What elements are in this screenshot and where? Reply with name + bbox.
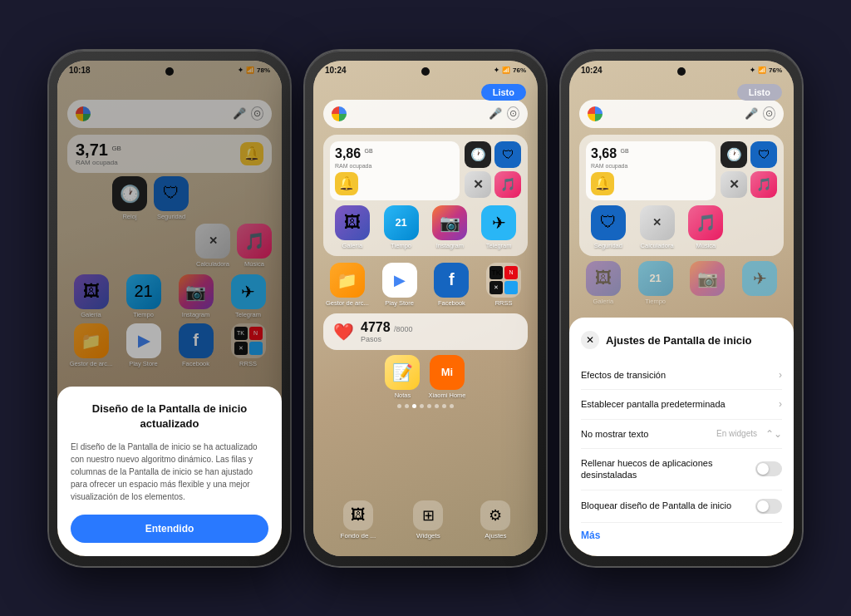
cluster-music-2[interactable]: 🎵 xyxy=(494,171,521,198)
app-label-notas-2: Notas xyxy=(395,392,411,399)
app-label-galeria-2: Galería xyxy=(342,242,363,249)
phone-2-screen: 10:24 ✦ 📶 76% Listo 🎤 ⊙ xyxy=(313,61,538,556)
settings-label-huecos-3: Rellenar huecos de aplicaciones desinsta… xyxy=(581,457,750,481)
lens-icon-2[interactable]: ⊙ xyxy=(507,106,519,121)
mic-icon-2[interactable]: 🎤 xyxy=(489,107,502,120)
app-icon-fb-2: f xyxy=(434,263,469,298)
dot-5-2 xyxy=(427,404,431,408)
settings-panel-3: ✕ Ajustes de Pantalla de inicio Efectos … xyxy=(569,318,794,555)
modal-button-1[interactable]: Entendido xyxy=(71,515,268,543)
cluster-bottom-3: 🛡 Seguridad ✕ Calculadora 🎵 Música xyxy=(586,205,777,249)
folder-rrss-2: TK N ✕ xyxy=(486,263,521,298)
settings-row-huecos-3[interactable]: Rellenar huecos de aplicaciones desinsta… xyxy=(581,449,782,490)
cluster-top-3: 3,68 GB RAM ocupada 🔔 🕐 🛡 ✕ 🎵 xyxy=(586,141,777,200)
ram-icon-2: 🔔 xyxy=(335,172,358,195)
bluetooth-icon-3: ✦ xyxy=(750,67,755,74)
app-playstore-2[interactable]: ▶ Play Store xyxy=(376,263,424,307)
dock-label-ajustes-2: Ajustes xyxy=(485,532,506,540)
app-gestor-2[interactable]: 📁 Gestor de arc... xyxy=(323,263,371,307)
app-notas-2[interactable]: 📝 Notas xyxy=(385,355,420,399)
listo-button-3[interactable]: Listo xyxy=(737,84,782,101)
steps-info-2: 4778 /8000 Pasos xyxy=(361,320,413,343)
settings-row-texto-3[interactable]: No mostrar texto En widgets ⌃⌄ xyxy=(581,420,782,449)
settings-row-transicion-3[interactable]: Efectos de transición › xyxy=(581,361,782,390)
signal-icon-2: 📶 xyxy=(502,67,510,74)
app-icon-notas-2: 📝 xyxy=(385,355,420,390)
app-label-ig-2: Instagram xyxy=(436,242,464,249)
settings-more-3[interactable]: Más xyxy=(581,523,782,548)
modal-card-1: Diseño de la Pantalla de inicio actualiz… xyxy=(57,387,282,555)
ram-widget-3: 3,68 GB RAM ocupada 🔔 xyxy=(586,141,716,200)
ram-unit-2: GB xyxy=(365,147,373,153)
status-time-3: 10:24 xyxy=(581,66,603,75)
modal-body-1: El diseño de la Pantalla de inicio se ha… xyxy=(71,441,268,503)
dock-icon-ajustes-2: ⚙ xyxy=(480,500,510,530)
ram-value-3: 3,68 xyxy=(591,146,617,160)
dock-icon-fondo-2: 🖼 xyxy=(343,500,373,530)
dot-2-2 xyxy=(405,404,409,408)
cluster-reloj-3[interactable]: 🕐 xyxy=(721,141,747,168)
app-icon-tiempo-3: 21 xyxy=(638,261,673,296)
ram-label-2: RAM ocupada xyxy=(335,163,455,169)
camera-notch-3 xyxy=(677,67,686,76)
status-icons-3: ✦ 📶 76% xyxy=(750,67,782,74)
phone-3: 10:24 ✦ 📶 76% Listo 🎤 ⊙ 3,68 xyxy=(561,51,802,566)
settings-label-predeterminada-3: Establecer pantalla predeterminada xyxy=(581,398,774,410)
app-musica-3b[interactable]: 🎵 Música xyxy=(684,205,729,249)
toggle-bloquear-3[interactable] xyxy=(755,499,782,514)
app-facebook-2[interactable]: f Facebook xyxy=(428,263,476,307)
app-label-rrss-2: RRSS xyxy=(495,299,513,307)
lens-icon-3[interactable]: ⊙ xyxy=(763,106,775,121)
app-calc-3b[interactable]: ✕ Calculadora xyxy=(635,205,680,249)
ram-value-2: 3,86 xyxy=(335,146,361,160)
app-icon-seguridad-3b: 🛡 xyxy=(591,205,626,240)
dock-fondo-2[interactable]: 🖼 Fondo de ... xyxy=(341,500,376,540)
battery-text-2: 76% xyxy=(513,67,526,74)
app-galeria-3: 🖼 Galería xyxy=(579,261,627,305)
settings-label-transicion-3: Efectos de transición xyxy=(581,369,774,381)
cluster-music-3[interactable]: 🎵 xyxy=(750,171,777,198)
settings-row-bloquear-3[interactable]: Bloquear diseño de Pantalla de inicio xyxy=(581,490,782,523)
app-rrss-2[interactable]: TK N ✕ RRSS xyxy=(480,263,528,307)
app-seguridad-3b[interactable]: 🛡 Seguridad xyxy=(586,205,631,249)
app-icon-ig-3: 📷 xyxy=(690,261,725,296)
cluster-security-3[interactable]: 🛡 xyxy=(750,141,777,168)
dock-widgets-2[interactable]: ⊞ Widgets xyxy=(413,500,443,540)
app-label-gestor-2: Gestor de arc... xyxy=(326,299,369,307)
screen-content-1: 10:18 ✦ 📶 78% 🎤 ⊙ 3,71 GB RAM ocupa xyxy=(57,61,282,556)
search-bar-2[interactable]: 🎤 ⊙ xyxy=(323,100,528,128)
search-bar-3[interactable]: 🎤 ⊙ xyxy=(579,100,784,128)
dock-ajustes-2[interactable]: ⚙ Ajustes xyxy=(480,500,510,540)
page-dots-2 xyxy=(313,404,538,408)
settings-row-predeterminada-3[interactable]: Establecer pantalla predeterminada › xyxy=(581,390,782,419)
cluster-row1-3: 🕐 🛡 xyxy=(721,141,777,168)
app-instagram-2[interactable]: 📷 Instagram xyxy=(428,205,473,249)
cluster-security-2[interactable]: 🛡 xyxy=(494,141,521,168)
app-label-tg-2: Telegram xyxy=(486,242,512,249)
toggle-huecos-3[interactable] xyxy=(755,461,782,476)
widget-cluster-3: 3,68 GB RAM ocupada 🔔 🕐 🛡 ✕ 🎵 xyxy=(579,135,784,256)
status-icons-2: ✦ 📶 76% xyxy=(494,67,526,74)
app-tiempo-2[interactable]: 21 Tiempo xyxy=(379,205,424,249)
steps-value-2: 4778 xyxy=(361,320,391,334)
app-xiaomihome-2[interactable]: Mi Xiaomi Home xyxy=(428,355,465,399)
cluster-reloj-2[interactable]: 🕐 xyxy=(465,141,491,168)
app-telegram-2[interactable]: ✈ Telegram xyxy=(476,205,521,249)
app-tiempo-3: 21 Tiempo xyxy=(632,261,680,305)
dock-icon-widgets-2: ⊞ xyxy=(413,500,443,530)
app-galeria-2[interactable]: 🖼 Galería xyxy=(330,205,375,249)
app-row-bottom-3: 🖼 Galería 21 Tiempo 📷 ✈ xyxy=(569,259,794,307)
cluster-calc-3[interactable]: ✕ xyxy=(721,171,747,198)
phone-3-screen: 10:24 ✦ 📶 76% Listo 🎤 ⊙ 3,68 xyxy=(569,61,794,556)
app-icon-xiaomi-2: Mi xyxy=(430,355,465,390)
listo-button-2[interactable]: Listo xyxy=(481,84,526,101)
app-icon-gestor-2: 📁 xyxy=(330,263,365,298)
google-icon-3 xyxy=(588,106,603,121)
app-tg-3: ✈ xyxy=(735,261,784,305)
settings-close-button-3[interactable]: ✕ xyxy=(581,331,599,349)
app-label-tiempo-3: Tiempo xyxy=(645,298,666,305)
cluster-calc-2[interactable]: ✕ xyxy=(465,171,491,198)
steps-heart-2: ❤️ xyxy=(333,322,354,342)
mic-icon-3[interactable]: 🎤 xyxy=(745,107,758,120)
battery-text-3: 76% xyxy=(769,67,782,74)
